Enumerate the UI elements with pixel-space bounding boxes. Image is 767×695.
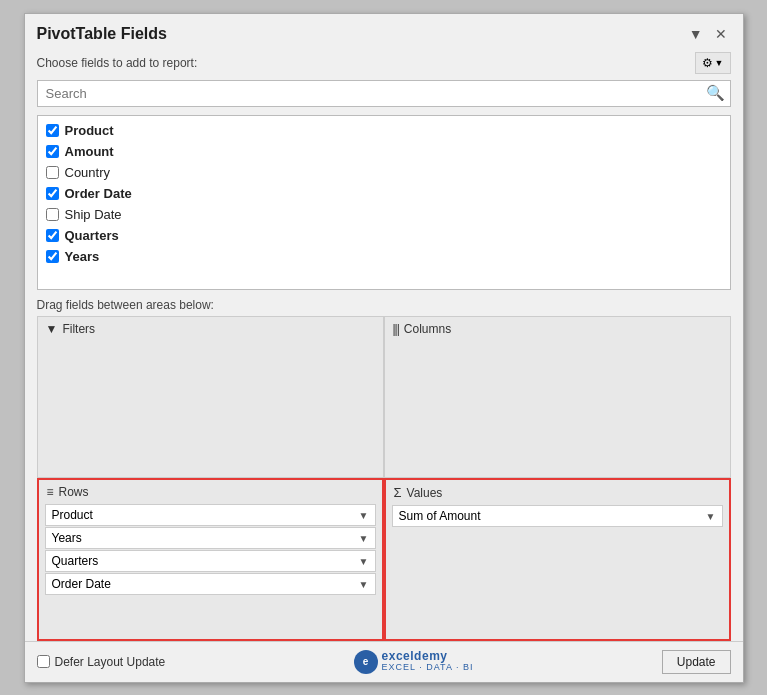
rows-item-arrow-3[interactable]: ▼ [359,579,369,590]
field-item-product[interactable]: Product [38,120,730,141]
filters-content [38,339,383,478]
defer-layout-checkbox[interactable] [37,655,50,668]
field-checkbox-years[interactable] [46,250,59,263]
field-label-country: Country [65,165,111,180]
field-checkbox-ship_date[interactable] [46,208,59,221]
field-checkbox-quarters[interactable] [46,229,59,242]
rows-item-label-2: Quarters [52,554,99,568]
header-controls: ▼ ✕ [685,24,731,44]
field-checkbox-order_date[interactable] [46,187,59,200]
subheader-label: Choose fields to add to report: [37,56,198,70]
rows-item-label-0: Product [52,508,93,522]
rows-item-arrow-2[interactable]: ▼ [359,556,369,567]
rows-item-0[interactable]: Product▼ [45,504,376,526]
field-item-years[interactable]: Years [38,246,730,267]
field-item-amount[interactable]: Amount [38,141,730,162]
values-area: Σ Values Sum of Amount▼ [384,478,731,641]
values-item-label-0: Sum of Amount [399,509,481,523]
field-checkbox-product[interactable] [46,124,59,137]
rows-item-label-1: Years [52,531,82,545]
filters-area: ▼ Filters [37,316,384,479]
logo-text: exceldemy EXCEL · DATA · BI [382,650,474,673]
rows-area: ≡ Rows Product▼Years▼Quarters▼Order Date… [37,478,384,641]
dropdown-arrow-btn[interactable]: ▼ [685,24,707,44]
rows-item-arrow-1[interactable]: ▼ [359,533,369,544]
sigma-icon: Σ [394,485,402,500]
filters-header: ▼ Filters [38,317,383,339]
filters-label: Filters [62,322,95,336]
values-item-arrow-0[interactable]: ▼ [706,511,716,522]
gear-dropdown-arrow: ▼ [715,58,724,68]
field-label-product: Product [65,123,114,138]
columns-icon: ||| [393,322,399,336]
footer-logo: e exceldemy EXCEL · DATA · BI [354,650,474,674]
close-btn[interactable]: ✕ [711,24,731,44]
panel-header: PivotTable Fields ▼ ✕ [25,14,743,50]
rows-icon: ≡ [47,485,54,499]
rows-item-3[interactable]: Order Date▼ [45,573,376,595]
search-input[interactable] [37,80,731,107]
rows-item-label-3: Order Date [52,577,111,591]
gear-button[interactable]: ⚙ ▼ [695,52,731,74]
values-header: Σ Values [386,480,729,503]
columns-content [385,339,730,478]
logo-sub-text: EXCEL · DATA · BI [382,663,474,673]
search-bar: 🔍 [37,80,731,107]
subheader: Choose fields to add to report: ⚙ ▼ [25,50,743,80]
defer-layout-text: Defer Layout Update [55,655,166,669]
rows-item-1[interactable]: Years▼ [45,527,376,549]
defer-layout-label: Defer Layout Update [37,655,166,669]
field-label-quarters: Quarters [65,228,119,243]
field-checkbox-country[interactable] [46,166,59,179]
columns-header: ||| Columns [385,317,730,339]
rows-item-2[interactable]: Quarters▼ [45,550,376,572]
field-label-order_date: Order Date [65,186,132,201]
footer: Defer Layout Update e exceldemy EXCEL · … [25,641,743,682]
rows-content: Product▼Years▼Quarters▼Order Date▼ [39,502,382,639]
update-button[interactable]: Update [662,650,731,674]
filter-icon: ▼ [46,322,58,336]
footer-left: Defer Layout Update [37,655,166,669]
search-icon: 🔍 [706,84,725,102]
values-content: Sum of Amount▼ [386,503,729,639]
values-item-0[interactable]: Sum of Amount▼ [392,505,723,527]
drag-label: Drag fields between areas below: [25,290,743,316]
rows-label: Rows [59,485,89,499]
gear-icon: ⚙ [702,56,713,70]
values-label: Values [407,486,443,500]
field-checkbox-amount[interactable] [46,145,59,158]
field-label-years: Years [65,249,100,264]
areas-grid: ▼ Filters ||| Columns ≡ Rows Product▼Yea… [37,316,731,641]
fields-list-container: ProductAmountCountryOrder DateShip DateQ… [37,115,731,290]
rows-header: ≡ Rows [39,480,382,502]
logo-icon: e [354,650,378,674]
field-item-country[interactable]: Country [38,162,730,183]
field-item-order_date[interactable]: Order Date [38,183,730,204]
rows-item-arrow-0[interactable]: ▼ [359,510,369,521]
columns-area: ||| Columns [384,316,731,479]
field-item-ship_date[interactable]: Ship Date [38,204,730,225]
field-label-ship_date: Ship Date [65,207,122,222]
fields-list: ProductAmountCountryOrder DateShip DateQ… [38,116,730,271]
field-item-quarters[interactable]: Quarters [38,225,730,246]
pivot-table-fields-panel: PivotTable Fields ▼ ✕ Choose fields to a… [24,13,744,683]
columns-label: Columns [404,322,451,336]
panel-title: PivotTable Fields [37,25,167,43]
field-label-amount: Amount [65,144,114,159]
